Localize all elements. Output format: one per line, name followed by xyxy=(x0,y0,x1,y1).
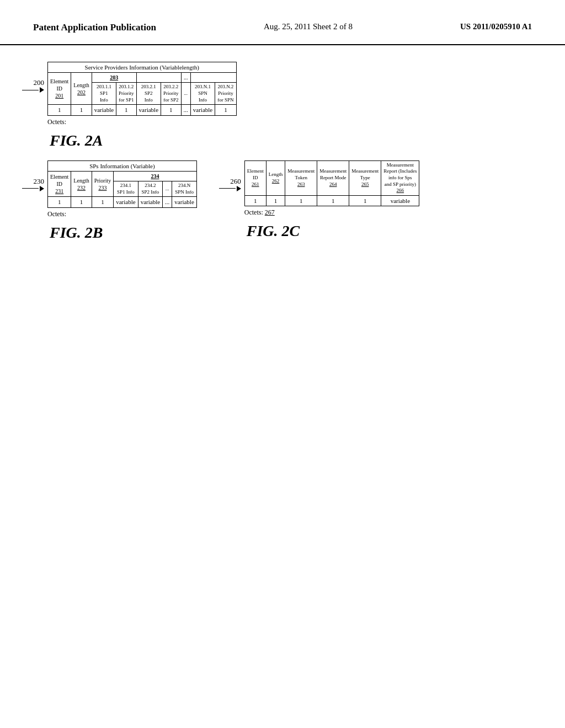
fig2b-234-group: 234 xyxy=(114,171,197,181)
fig2b-val-2: 1 xyxy=(71,197,92,207)
fig2a-val-1: 1 xyxy=(48,105,71,115)
fig2a-label: FIG. 2A xyxy=(50,132,103,149)
fig2a-octets: Octets: xyxy=(47,118,237,126)
fig2c-label: FIG. 2C xyxy=(247,222,300,240)
fig2c-table: ElementID261 Length262 MeasurementToken2… xyxy=(244,160,420,207)
fig2b-ref: 230 xyxy=(34,177,45,186)
fig2a-arrow xyxy=(22,87,44,93)
fig2c-col-type: MeasurementType265 xyxy=(349,160,381,195)
fig2a-table-wrapper: 200 Service Providers Information (Varia… xyxy=(17,62,237,126)
fig2b-val-4: variable xyxy=(114,197,138,207)
fig2c-val-4: 1 xyxy=(317,196,349,206)
fig2b-val-7: variable xyxy=(172,197,196,207)
fig2c-col-length: Length262 xyxy=(266,160,285,195)
fig2c-val-5: 1 xyxy=(349,196,381,206)
fig2b-val-6: ... xyxy=(163,197,172,207)
fig2c-val-3: 1 xyxy=(285,196,317,206)
fig2a-val-6: 1 xyxy=(161,105,182,115)
fig2c-octets: Octets: 267 xyxy=(244,208,420,217)
fig2a-col-priority-sp2: 203.2.2Priorityfor SP2 xyxy=(161,83,182,105)
fig2b-table-area: SPs Information (Variable) ElementID231 … xyxy=(47,160,197,218)
fig2c-col-report-mode: MeasurementReport Mode264 xyxy=(317,160,349,195)
header-date: Aug. 25, 2011 Sheet 2 of 8 xyxy=(264,22,353,31)
fig2a-val-5: variable xyxy=(136,105,161,115)
fig2a-val-8: variable xyxy=(190,105,215,115)
fig2c-ref: 260 xyxy=(230,177,241,186)
fig2c-arrow xyxy=(219,186,241,191)
fig2b-top-header-row: SPs Information (Variable) xyxy=(48,160,197,171)
fig2c-table-wrapper: 260 ElementID261 Length262 MeasurementTo… xyxy=(214,160,420,217)
fig2c-container: 260 ElementID261 Length262 MeasurementTo… xyxy=(214,160,420,242)
fig2b-val-3: 1 xyxy=(92,197,114,207)
header-title: Patent Application Publication xyxy=(33,22,156,33)
fig2b-octets: Octets: xyxy=(47,210,197,218)
fig2a-top-header-row: Service Providers Information (Variablel… xyxy=(48,62,237,73)
fig2c-col-element-id: ElementID261 xyxy=(244,160,266,195)
fig2b-data-row: 1 1 1 variable variable ... variable xyxy=(48,197,197,207)
fig2a-col-length: Length202 xyxy=(71,73,92,105)
fig2c-arrow-label: 260 xyxy=(214,160,241,191)
fig2b-container: 230 SPs Information (Variable) ElementID… xyxy=(17,160,197,242)
fig2c-col-token: MeasurementToken263 xyxy=(285,160,317,195)
header-patent: US 2011/0205910 A1 xyxy=(460,22,532,31)
fig2a-val-4: 1 xyxy=(116,105,137,115)
fig2c-col-report: MeasurementReport (Includesinfo for Spsa… xyxy=(381,160,419,195)
fig2b-val-1: 1 xyxy=(48,197,71,207)
fig2a-col-sp1-info: 203.1.1SP1Info xyxy=(92,83,116,105)
fig2c-val-6: variable xyxy=(381,196,419,206)
fig2b-label: FIG. 2B xyxy=(50,224,103,242)
fig2c-table-area: ElementID261 Length262 MeasurementToken2… xyxy=(244,160,420,217)
fig2b-col-sp2-info: 234.2SP2 Info xyxy=(138,181,162,196)
fig2a-sp1-group: 203 xyxy=(92,73,136,83)
fig2a-table-area: Service Providers Information (Variablel… xyxy=(47,62,237,126)
fig2a-col-spn-info: 203.N.1SPNInfo xyxy=(190,83,215,105)
fig2a-container: 200 Service Providers Information (Varia… xyxy=(17,62,237,149)
fig2b-arrow xyxy=(22,186,44,191)
fig2a-val-7: ... xyxy=(181,105,190,115)
fig2a-data-row: 1 1 variable 1 variable 1 ... variable 1 xyxy=(48,105,237,115)
fig2a-col-priority-spn: 203.N.2Priorityfor SPN xyxy=(215,83,236,105)
bottom-diagrams-row: 230 SPs Information (Variable) ElementID… xyxy=(0,160,565,253)
fig2b-col-length: Length232 xyxy=(71,171,92,196)
fig2b-table-wrapper: 230 SPs Information (Variable) ElementID… xyxy=(17,160,197,218)
fig2a-col-sp2-info: 203.2.1SP2Info xyxy=(136,83,161,105)
fig2a-val-9: 1 xyxy=(215,105,236,115)
fig2c-val-2: 1 xyxy=(266,196,285,206)
fig2a-col-priority-sp1: 203.1.2Priorityfor SP1 xyxy=(116,83,137,105)
fig2a-spn-group xyxy=(190,73,236,83)
fig2b-val-5: variable xyxy=(138,197,162,207)
diagrams-row: 200 Service Providers Information (Varia… xyxy=(0,51,565,160)
fig2a-top-span: Service Providers Information (Variablel… xyxy=(48,62,237,73)
fig2a-sp2-group xyxy=(136,73,181,83)
fig2a-col-element-id: ElementID201 xyxy=(48,73,71,105)
fig2a-val-3: variable xyxy=(92,105,116,115)
fig2b-sub-header-row: ElementID231 Length232 Priority233 234 xyxy=(48,171,197,181)
fig2b-table: SPs Information (Variable) ElementID231 … xyxy=(47,160,197,208)
fig2c-data-row: 1 1 1 1 1 variable xyxy=(244,196,419,206)
fig2c-col-headers: ElementID261 Length262 MeasurementToken2… xyxy=(244,160,419,195)
fig2a-sub-header-row: ElementID201 Length202 203 ... xyxy=(48,73,237,83)
fig2a-dots-col: ... xyxy=(181,73,190,83)
fig2b-col-sp1-info: 234.1SP1 Info xyxy=(114,181,138,196)
fig2c-val-1: 1 xyxy=(244,196,266,206)
fig2b-col-spn-info: 234.NSPN Info xyxy=(172,181,196,196)
fig2b-col-priority: Priority233 xyxy=(92,171,114,196)
fig2a-arrow-label: 200 xyxy=(17,62,44,93)
fig2a-ref: 200 xyxy=(34,78,45,87)
fig2b-top-span: SPs Information (Variable) xyxy=(48,160,197,171)
fig2a-col-dots-mid: ... xyxy=(181,83,190,105)
fig2a-val-2: 1 xyxy=(71,105,92,115)
page-header: Patent Application Publication Aug. 25, … xyxy=(0,0,565,45)
fig2b-col-dots: ... xyxy=(163,181,172,196)
fig2b-col-element-id: ElementID231 xyxy=(48,171,71,196)
fig2b-arrow-label: 230 xyxy=(17,160,44,191)
fig2a-table: Service Providers Information (Variablel… xyxy=(47,62,237,116)
